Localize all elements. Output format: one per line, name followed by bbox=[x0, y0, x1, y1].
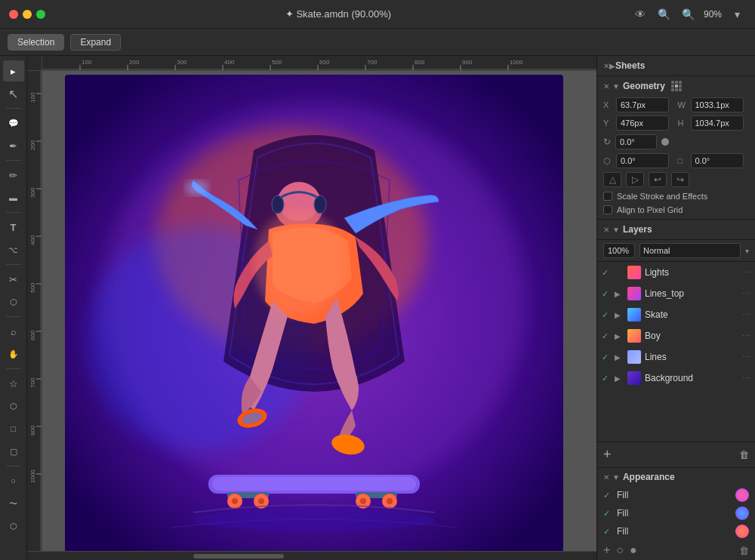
zoom-tool[interactable]: ⌕ bbox=[3, 321, 24, 342]
arrow-tool[interactable]: ▸ bbox=[3, 60, 24, 82]
geometry-x-icon[interactable]: ✕ bbox=[603, 82, 609, 91]
fill2-swatch[interactable] bbox=[735, 506, 749, 520]
svg-text:100: 100 bbox=[29, 92, 36, 103]
tool-separator-7 bbox=[6, 466, 21, 466]
w-input[interactable] bbox=[691, 97, 744, 112]
delete-appearance-button[interactable]: 🗑 bbox=[739, 545, 749, 556]
layer-arrow-background[interactable]: ▶ bbox=[615, 374, 624, 383]
maximize-button[interactable] bbox=[36, 10, 45, 19]
layer-item-lines-top[interactable]: ✓ ▶ Lines_top ⋯ bbox=[597, 283, 755, 304]
square-tool[interactable]: □ bbox=[3, 418, 24, 439]
layer-menu-lines[interactable]: ⋯ bbox=[742, 352, 750, 362]
fill3-swatch[interactable] bbox=[735, 525, 749, 538]
layer-item-background[interactable]: ✓ ▶ Background ⋯ bbox=[597, 368, 755, 389]
zoom-out-icon[interactable]: 🔍 bbox=[655, 5, 673, 23]
scale-stroke-checkbox[interactable] bbox=[603, 192, 612, 201]
flip-v-button[interactable]: ▷ bbox=[626, 172, 644, 187]
add-layer-button[interactable]: + bbox=[603, 447, 612, 463]
svg-text:1000: 1000 bbox=[510, 59, 523, 66]
layer-menu-lines-top[interactable]: ⋯ bbox=[742, 289, 750, 299]
selection-button[interactable]: Selection bbox=[8, 34, 64, 51]
zoom-in-icon[interactable]: 🔍 bbox=[680, 5, 698, 23]
hex-tool[interactable]: ⬡ bbox=[3, 395, 24, 417]
transform-origin-grid[interactable] bbox=[671, 81, 682, 91]
main-toolbar: Selection Expand bbox=[0, 29, 755, 56]
skew2-group: □ bbox=[678, 153, 750, 168]
flip-row: △ ▷ ↩ ↪ bbox=[597, 170, 755, 189]
layers-actions: + 🗑 bbox=[597, 442, 755, 467]
pencil-tool[interactable]: ✏ bbox=[3, 165, 24, 186]
layer-menu-background[interactable]: ⋯ bbox=[742, 374, 750, 383]
node-tool[interactable]: ⌥ bbox=[3, 239, 24, 260]
extra-tool[interactable]: ⬡ bbox=[3, 515, 24, 537]
layers-collapse-icon[interactable]: ▼ bbox=[612, 226, 620, 234]
flip-h-button[interactable]: △ bbox=[603, 172, 621, 187]
layer-name-lines-top: Lines_top bbox=[645, 288, 738, 299]
expand-button[interactable]: Expand bbox=[70, 34, 121, 51]
fill1-label: Fill bbox=[617, 490, 731, 500]
scissor-tool[interactable]: ✂ bbox=[3, 269, 24, 290]
ellipse-tool[interactable]: ○ bbox=[3, 470, 24, 491]
svg-text:500: 500 bbox=[272, 59, 282, 66]
h-scrollbar-thumb[interactable] bbox=[193, 554, 284, 558]
layer-arrow-boy[interactable]: ▶ bbox=[615, 332, 624, 340]
pointer-tool[interactable]: ↖ bbox=[3, 83, 24, 104]
svg-text:400: 400 bbox=[29, 235, 36, 245]
layer-item-boy[interactable]: ✓ ▶ Boy ⋯ bbox=[597, 325, 755, 346]
layer-arrow-skate[interactable]: ▶ bbox=[615, 311, 624, 319]
appearance-collapse-icon[interactable]: ▼ bbox=[612, 473, 620, 482]
layer-item-skate[interactable]: ✓ ▶ Skate ⋯ bbox=[597, 304, 755, 325]
geometry-collapse-icon[interactable]: ▼ bbox=[612, 82, 620, 91]
hand-tool[interactable]: ✋ bbox=[3, 343, 24, 365]
delete-layer-button[interactable]: 🗑 bbox=[739, 449, 749, 460]
y-input[interactable] bbox=[616, 115, 669, 131]
ruler-corner bbox=[27, 56, 42, 71]
layer-menu-lights[interactable]: ⋯ bbox=[742, 268, 750, 278]
circle-appearance-button[interactable]: ○ bbox=[616, 543, 624, 557]
add-appearance-button[interactable]: + bbox=[603, 543, 610, 557]
rotation-handle[interactable] bbox=[661, 138, 669, 146]
rect-tool[interactable]: ▬ bbox=[3, 187, 24, 208]
pen-tool[interactable]: ✒ bbox=[3, 135, 24, 156]
svg-point-61 bbox=[360, 498, 366, 504]
layer-arrow-lines[interactable]: ▶ bbox=[615, 353, 624, 362]
layer-arrow-lines-top[interactable]: ▶ bbox=[615, 290, 624, 298]
geometry-header: ✕ ▼ Geometry bbox=[597, 76, 755, 96]
layer-menu-boy[interactable]: ⋯ bbox=[742, 331, 750, 341]
layer-menu-skate[interactable]: ⋯ bbox=[742, 310, 750, 320]
layer-item-lights[interactable]: ✓ Lights ⋯ bbox=[597, 262, 755, 283]
sheets-x-icon[interactable]: ✕ bbox=[603, 62, 609, 70]
blend-mode-select[interactable]: Normal Multiply Screen Overlay bbox=[639, 243, 741, 258]
eye-icon[interactable]: 👁 bbox=[631, 5, 649, 23]
layer-thumb-background bbox=[627, 371, 641, 385]
speech-tool[interactable]: 💬 bbox=[3, 112, 24, 134]
rotation-input[interactable] bbox=[615, 134, 657, 149]
x-input[interactable] bbox=[616, 97, 669, 112]
undo-button[interactable]: ↩ bbox=[649, 172, 667, 187]
tool-separator-2 bbox=[6, 160, 21, 161]
redo-button[interactable]: ↪ bbox=[671, 172, 689, 187]
layer-item-lines[interactable]: ✓ ▶ Lines ⋯ bbox=[597, 346, 755, 368]
h-scrollbar[interactable] bbox=[27, 551, 596, 560]
skew1-input[interactable] bbox=[616, 153, 669, 168]
minimize-button[interactable] bbox=[23, 10, 32, 19]
zoom-dropdown-icon[interactable]: ▾ bbox=[728, 5, 746, 23]
align-pixel-checkbox[interactable] bbox=[603, 205, 612, 214]
appearance-x-icon[interactable]: ✕ bbox=[603, 473, 609, 482]
curve-tool[interactable]: 〜 bbox=[3, 493, 24, 514]
canvas-background[interactable] bbox=[42, 71, 596, 551]
fill1-swatch[interactable] bbox=[735, 488, 749, 502]
opacity-input[interactable] bbox=[603, 243, 635, 258]
h-input[interactable] bbox=[691, 115, 744, 131]
fill-appearance-button[interactable]: ● bbox=[630, 543, 637, 557]
skew2-input[interactable] bbox=[691, 153, 744, 168]
fill-tool[interactable]: ⬡ bbox=[3, 291, 24, 312]
svg-text:600: 600 bbox=[319, 59, 330, 66]
layers-x-icon[interactable]: ✕ bbox=[603, 226, 609, 234]
star-tool[interactable]: ☆ bbox=[3, 373, 24, 394]
sheets-collapse-icon[interactable]: ▶ bbox=[609, 62, 615, 70]
appearance-fill-2: ✓ Fill bbox=[597, 504, 755, 522]
round-rect-tool[interactable]: ▢ bbox=[3, 441, 24, 462]
text-tool[interactable]: T bbox=[3, 217, 24, 238]
close-button[interactable] bbox=[9, 10, 18, 19]
